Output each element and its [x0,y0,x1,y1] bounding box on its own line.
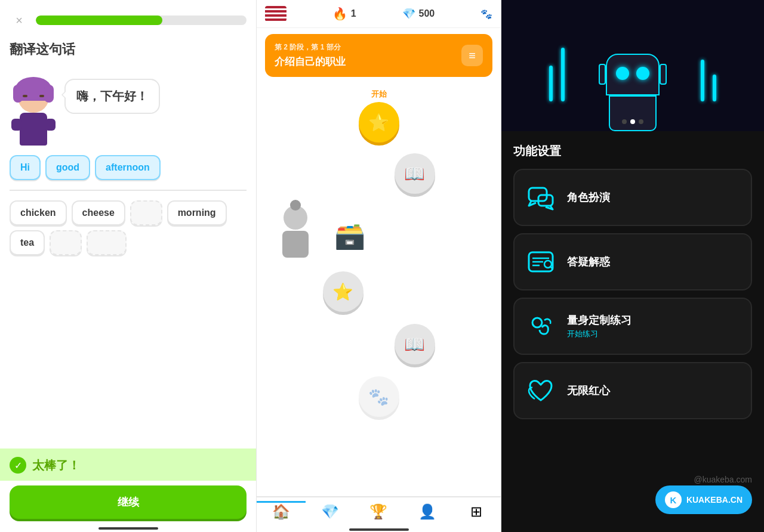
char-torso [20,113,47,146]
word-chip-cheese[interactable]: cheese [72,200,125,225]
feature-card-qa[interactable]: 答疑解惑 [513,233,752,290]
robot-ear-right [660,64,667,85]
mid-character [275,206,316,259]
qa-icon [526,248,555,276]
speech-bubble: 嗨，下午好！ [64,79,160,114]
kuakeba-text: KUAKEBA.CN [686,495,743,505]
right-content: 功能设置 角色扮演 [501,131,764,484]
word-chip-tea[interactable]: tea [10,230,45,255]
char-mid-bun [290,200,301,211]
dots-indicator [622,119,643,124]
feature-subtitle-custom: 开始练习 [567,329,631,339]
char-eyes [23,95,44,97]
char-arms [11,119,56,131]
features-title: 功能设置 [513,143,752,159]
lesson-title: 介绍自己的职业 [275,55,346,69]
continue-button[interactable]: 继续 [10,485,247,519]
robot-body [609,95,657,131]
kuakeba-badge[interactable]: K KUAKEBA.CN [655,485,752,514]
word-bank-selected: Hi good afternoon [0,155,256,187]
progress-bar-fill [36,16,162,25]
mid-nav-home[interactable]: 🏠 [257,501,306,522]
feature-title-hearts: 无限红心 [567,383,610,398]
char-arm-right [45,119,56,131]
success-text: 太棒了！ [32,457,80,474]
svg-point-8 [532,318,542,327]
flag-icon[interactable] [265,6,286,21]
dot-3 [639,119,643,124]
character-avatar [10,68,57,146]
char-body [18,82,49,146]
robot-eye-left [616,67,629,80]
success-icon: ✓ [10,457,26,474]
mid-nav-gems[interactable]: 💎 [306,501,355,522]
mid-nav-indicator [349,528,409,531]
char-arm-left [11,119,22,131]
custom-icon [526,312,555,341]
hearts-icon [526,376,555,405]
path-node-book-2[interactable]: 📖 [395,324,435,364]
lesson-banner[interactable]: 第 2 阶段，第 1 部分 介绍自己的职业 ≡ [265,34,492,77]
word-chip-chicken[interactable]: chicken [10,200,67,225]
path-row-5: 🐾 [257,376,501,417]
gem-stat: 💎 500 [402,7,435,20]
candle-1 [549,66,553,101]
right-top-area [501,0,764,131]
start-label: 开始 [371,89,387,100]
mid-nav-profile[interactable]: 👤 [403,501,452,522]
start-path-node[interactable]: ⭐ [359,102,399,143]
word-chip-empty-3 [87,230,127,255]
flame-count: 1 [351,8,356,19]
feature-text-custom: 量身定制练习 开始练习 [567,313,631,339]
dot-1 [622,119,627,124]
word-chip-good[interactable]: good [45,155,90,180]
lesson-info: 第 2 阶段，第 1 部分 介绍自己的职业 [275,42,346,69]
path-row-4: 📖 [257,324,501,364]
mid-nav-trophy[interactable]: 🏆 [355,501,403,522]
word-chip-afternoon[interactable]: afternoon [95,155,161,180]
candle-4 [701,60,704,101]
path-row-3: ⭐ [257,271,501,312]
char-mid-body [282,231,309,258]
mid-bottom-nav: 🏠 💎 🏆 👤 ⊞ [257,496,501,526]
start-node-container: 开始 ⭐ [359,89,399,143]
success-bar: ✓ 太棒了！ [0,449,256,481]
feature-text-roleplay: 角色扮演 [567,190,610,205]
close-button[interactable]: × [10,11,29,30]
path-node-star[interactable]: ⭐ [323,271,363,312]
right-footer: @kuakeba.com K KUAKEBA.CN [501,484,764,532]
char-mid-head [284,206,307,230]
mid-header: 🔥 1 💎 500 🐾 [257,0,501,28]
path-row-1: 📖 [257,153,501,194]
character-area: 嗨，下午好！ [0,68,256,155]
left-header: × [0,0,256,36]
feature-card-hearts[interactable]: 无限红心 [513,362,752,419]
chat-icon [526,183,555,212]
char-hair-side-l [13,85,23,103]
robot-ear-left [599,64,606,85]
lesson-stage: 第 2 阶段，第 1 部分 [275,42,346,52]
candle-2 [561,48,565,101]
mid-nav-more[interactable]: ⊞ [452,501,501,522]
path-node-blurred[interactable]: 🐾 [359,376,399,417]
flame-stat: 🔥 1 [332,7,356,21]
right-panel: 功能设置 角色扮演 [501,0,764,532]
word-chip-morning[interactable]: morning [167,200,227,225]
left-panel: × 翻译这句话 [0,0,257,532]
avatar-stat[interactable]: 🐾 [480,8,492,20]
avatar-icon: 🐾 [480,8,492,20]
lesson-menu-icon[interactable]: ≡ [461,45,483,66]
question-title: 翻译这句话 [0,36,256,68]
feature-card-roleplay[interactable]: 角色扮演 [513,169,752,226]
path-node-book-1[interactable]: 📖 [395,153,435,194]
feature-icon-qa [524,245,557,279]
feature-icon-hearts [524,374,557,407]
char-hair-side-r [44,85,54,103]
word-chip-hi[interactable]: Hi [10,155,41,180]
feature-title-custom: 量身定制练习 [567,313,631,327]
feature-card-custom[interactable]: 量身定制练习 开始练习 [513,298,752,355]
word-chip-empty-2 [50,230,82,255]
treasure-chest[interactable]: 🗃️ [334,221,365,250]
word-bank-bottom: chicken cheese morning tea [0,198,256,262]
robot-head [606,54,660,95]
